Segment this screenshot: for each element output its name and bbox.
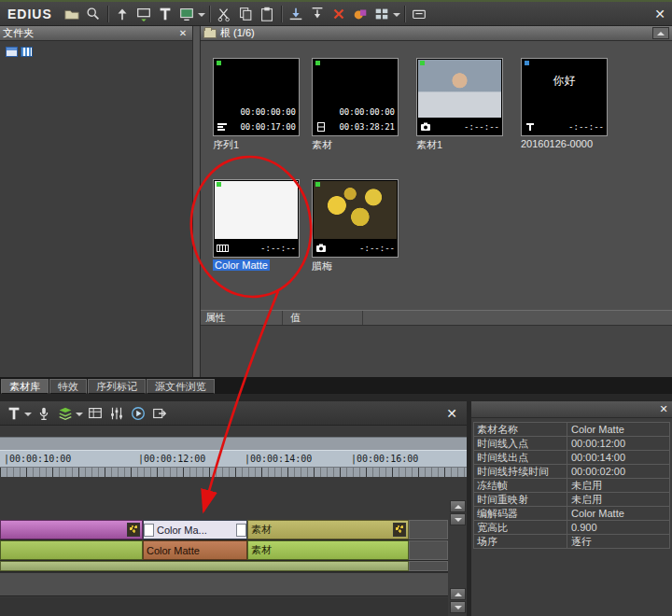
clip-timecode-dur: 00:00:17:00 [240,123,296,132]
delete-icon[interactable] [329,4,350,24]
title-tool-caret-icon[interactable] [24,413,32,420]
folder-panel-header[interactable]: 文件夹 ✕ [0,26,192,41]
tab-effects[interactable]: 特效 [49,379,87,394]
clip-thumbnail[interactable]: -:--:-- [312,179,399,258]
capture-icon[interactable] [133,4,155,24]
layout-icon[interactable] [371,4,393,24]
timeline-clip-audio-lead[interactable] [0,540,143,560]
panel-splitter[interactable] [193,26,201,377]
cut-icon[interactable] [214,4,235,24]
timeline-ruler[interactable]: |00:00:10:00 |00:00:12:00 |00:00:14:00 |… [0,450,467,467]
toolbar-separator [281,6,283,22]
window-close-button[interactable]: ✕ [648,4,672,24]
folder-tree-root-item[interactable] [0,41,192,57]
property-value: Color Matte [567,423,670,436]
ruler-timecode: |00:00:16:00 [351,454,418,464]
clip-timecode-dur: -:--:-- [568,123,604,132]
export-icon[interactable] [148,403,170,424]
empty-track-space[interactable] [409,561,448,571]
clip-photo-flower [314,181,397,239]
copy-icon[interactable] [235,4,257,24]
clip-thumbnail[interactable]: 你好 -:--:-- [521,58,608,136]
track-panel-icon[interactable] [84,403,105,424]
property-row: 冻结帧未启用 [474,479,670,493]
window-gap [0,394,672,401]
timeline-scroll-column [449,477,467,616]
bin-panel-header[interactable]: 根 (1/6) [201,26,672,41]
folder-panel-title: 文件夹 [3,26,34,40]
timeline-clip-color-matte-audio[interactable]: Color Matte [143,540,247,560]
clip-timecode-dur: -:--:-- [260,245,296,253]
clip-label: 素材 [312,138,401,152]
overwrite-icon[interactable] [286,4,307,24]
layout-caret-icon[interactable] [393,13,400,21]
insert-icon[interactable] [307,4,329,24]
bin-clip-sequence1[interactable]: 00:00:00:00 00:00:17:00 序列1 [213,58,302,152]
bin-window-icon [6,47,18,57]
bin-up-level-button[interactable] [652,27,669,39]
scroll-up-button[interactable] [450,500,466,512]
ruler-timecode: |00:00:14:00 [245,454,312,464]
folder-panel-close-button[interactable]: ✕ [176,28,189,38]
trim-handle-in[interactable] [144,524,154,537]
paste-icon[interactable] [257,4,278,24]
folder-icon[interactable] [62,4,83,24]
property-value: Color Matte [567,507,670,520]
properties-panel-header[interactable]: ✕ [471,401,672,418]
timeline-clip-color-matte-video[interactable]: Color Ma... [143,520,247,539]
track-layers-icon[interactable] [54,403,76,424]
trim-handle-out[interactable] [236,524,246,537]
bin-clip-sucai[interactable]: 00:00:00:00 00:03:28:21 素材 [312,58,401,152]
voiceover-mic-icon[interactable] [33,403,54,424]
bin-tabs-row: 素材库 特效 序列标记 源文件浏览 [0,377,672,394]
timeline-clip-sucai-audio[interactable]: 素材 [247,540,409,560]
clip-thumbnail[interactable]: -:--:-- [416,58,503,136]
bin-properties-body [201,326,672,377]
clip-thumbnail[interactable]: -:--:-- [213,179,300,258]
bin-prop-col-value[interactable]: 值 [283,311,363,325]
timeline-tick-strip[interactable] [0,467,467,477]
audio-mixer-icon[interactable] [105,403,127,424]
scroll-up-button[interactable] [450,588,466,600]
title-tool-icon[interactable] [155,4,176,24]
timeline-empty-track[interactable] [0,572,448,596]
up-level-icon[interactable] [112,4,133,24]
effects-icon[interactable] [350,4,371,24]
empty-track-space[interactable] [409,520,448,539]
track-layers-caret-icon[interactable] [76,413,83,420]
edius-window: EDIUS ✕ 文件夹 ✕ [0,0,672,616]
timeline-close-button[interactable]: ✕ [440,403,464,424]
clip-thumbnail[interactable]: 00:00:00:00 00:00:17:00 [213,58,300,136]
bin-clip-sucai1[interactable]: -:--:-- 素材1 [416,58,506,152]
playback-icon[interactable] [127,403,148,424]
tab-bin[interactable]: 素材库 [1,379,49,394]
clip-mini-thumbnail [393,523,406,537]
monitor-mode-caret-icon[interactable] [198,13,205,21]
timeline-title-tool-icon[interactable] [3,403,24,424]
timeline-toolbar: ✕ [0,401,467,426]
bin-prop-col-attr[interactable]: 属性 [201,311,283,325]
clip-thumbnail[interactable]: 00:00:00:00 00:03:28:21 [312,58,399,136]
clip-label: 素材1 [416,138,506,152]
monitor-mode-icon[interactable] [176,4,198,24]
bin-clip-color-matte[interactable]: -:--:-- Color Matte [213,179,302,271]
timeline-clip-purple[interactable] [0,520,143,539]
properties-close-button[interactable]: ✕ [655,403,672,415]
scroll-down-button[interactable] [450,601,466,613]
property-name: 冻结帧 [474,479,567,492]
timeline-clip-sucai-video[interactable]: 素材 [247,520,409,539]
empty-track-space[interactable] [409,540,448,560]
clip-name: Color Matte [144,545,203,556]
recorder-icon[interactable] [409,4,430,24]
bin-clip-lamei[interactable]: -:--:-- 腊梅 [312,179,401,273]
property-row: 素材名称Color Matte [474,423,670,437]
timeline-marker-band[interactable] [0,437,467,450]
app-logo: EDIUS [0,7,62,21]
timeline-clip-strip[interactable] [0,561,409,571]
clip-timecode-in: 00:00:00:00 [240,108,296,117]
tab-source-browser[interactable]: 源文件浏览 [147,379,215,394]
bin-clip-title[interactable]: 你好 -:--:-- 20160126-0000 [521,58,610,149]
scroll-down-button[interactable] [450,513,466,525]
tab-sequence-marker[interactable]: 序列标记 [88,379,146,394]
search-icon[interactable] [83,4,105,24]
